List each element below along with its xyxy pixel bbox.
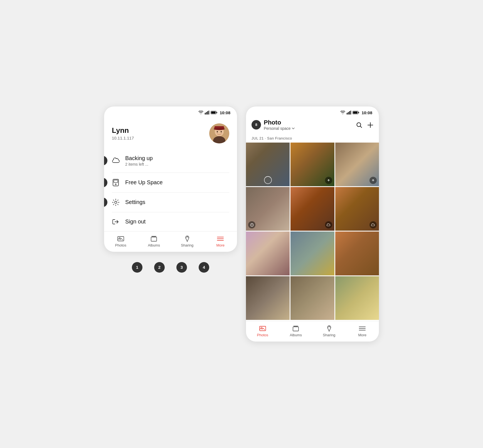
dot-2: 2 <box>154 262 165 273</box>
menu-badge-6: 6 <box>104 178 107 187</box>
photo-grid <box>246 143 379 321</box>
nav-label-more-right: More <box>358 333 366 337</box>
status-time-right: 10:08 <box>362 110 372 115</box>
battery-icon-right <box>353 111 359 114</box>
search-button[interactable] <box>356 121 362 128</box>
svg-rect-3 <box>208 111 209 115</box>
wifi-icon-right <box>340 111 345 115</box>
photo-7[interactable] <box>246 232 290 275</box>
spinner-icon <box>264 176 272 184</box>
avatar-image <box>209 123 229 143</box>
chevron-down-icon <box>292 127 295 130</box>
status-icons-left: 10:08 <box>198 110 230 115</box>
photo-5[interactable] <box>290 187 334 231</box>
notification-badge: 8 <box>252 120 261 130</box>
header-title-group: Photo Personal space <box>264 119 295 131</box>
more-nav-icon-right <box>359 325 366 332</box>
phone-save-icon <box>112 179 120 186</box>
svg-rect-6 <box>216 112 217 113</box>
header-actions <box>356 121 373 128</box>
nav-more-right[interactable]: More <box>346 325 379 337</box>
photo-10[interactable] <box>246 276 290 320</box>
profile-info: Lynn 10.11.1.117 <box>112 126 134 140</box>
nav-sharing-left[interactable]: Sharing <box>171 235 204 247</box>
signout-icon <box>112 218 120 225</box>
svg-point-13 <box>217 131 218 132</box>
bottom-nav-right: Photos Albums <box>246 321 379 342</box>
svg-rect-24 <box>350 111 351 115</box>
wifi-icon <box>198 111 203 115</box>
menu-badge-5: 5 <box>104 156 107 165</box>
nav-label-photos-left: Photos <box>115 243 126 247</box>
photo-9[interactable] <box>335 232 379 275</box>
svg-rect-22 <box>348 112 349 115</box>
right-phone-wrapper: 10:08 8 Photo Personal space <box>246 106 379 342</box>
nav-sharing-right[interactable]: Sharing <box>312 325 346 337</box>
bottom-nav-left: Photos Albums <box>104 231 237 252</box>
nav-label-sharing-right: Sharing <box>323 333 335 337</box>
backing-up-subtitle: 2 items left ... <box>125 162 153 166</box>
cloud-icon <box>112 157 120 164</box>
right-phone: 10:08 8 Photo Personal space <box>246 106 379 342</box>
albums-nav-icon-right <box>292 325 299 332</box>
backing-up-content: Backing up 2 items left ... <box>125 155 153 166</box>
profile-section: Lynn 10.11.1.117 <box>104 117 237 149</box>
status-bar-right: 10:08 <box>246 106 379 117</box>
svg-rect-33 <box>293 327 299 331</box>
svg-rect-5 <box>211 111 216 114</box>
photo-11[interactable] <box>290 276 334 320</box>
nav-albums-left[interactable]: Albums <box>137 235 171 247</box>
nav-more-left[interactable]: More <box>204 235 237 247</box>
sharing-nav-icon-left <box>184 235 191 242</box>
warning-icon <box>248 221 255 228</box>
nav-albums-right[interactable]: Albums <box>279 325 313 337</box>
menu-item-backing-up[interactable]: 5 Backing up 2 items left ... <box>112 149 229 173</box>
profile-name: Lynn <box>112 126 134 135</box>
nav-photos-left[interactable]: Photos <box>104 235 137 247</box>
nav-photos-right[interactable]: Photos <box>246 325 279 337</box>
sign-out-content: Sign out <box>125 218 146 225</box>
cloud-icon-6 <box>369 221 377 228</box>
photo-3[interactable] <box>335 143 379 186</box>
photo-6[interactable] <box>335 187 379 231</box>
dot-1: 1 <box>132 262 142 273</box>
svg-point-14 <box>221 131 222 132</box>
svg-rect-27 <box>358 112 359 113</box>
upload-icon-3 <box>369 177 377 184</box>
more-nav-icon-left <box>217 235 224 242</box>
sign-out-title: Sign out <box>125 218 146 225</box>
gear-icon <box>112 199 120 206</box>
photo-title: Photo <box>264 119 281 126</box>
menu-item-free-up-space[interactable]: 6 Free Up Space <box>112 173 229 193</box>
cloud-icon-5 <box>325 221 332 228</box>
menu-badge-7: 7 <box>104 198 107 207</box>
photo-12[interactable] <box>335 276 379 320</box>
signal-icon <box>205 111 209 115</box>
photo-8[interactable] <box>290 232 334 275</box>
dot-4: 4 <box>199 262 209 273</box>
battery-icon <box>211 111 217 114</box>
photos-nav-icon-left <box>117 235 124 242</box>
svg-point-30 <box>252 225 252 226</box>
svg-rect-1 <box>206 112 207 115</box>
avatar <box>209 123 229 143</box>
signal-icon-right <box>347 111 351 115</box>
photo-4[interactable] <box>246 187 290 231</box>
left-phone: 10:08 Lynn 10.11.1.117 <box>104 106 237 252</box>
menu-item-settings[interactable]: 7 Settings <box>112 193 229 212</box>
header-top: 8 Photo Personal space <box>252 119 373 131</box>
date-location: JUL 21 · San Francisco <box>246 135 379 143</box>
settings-content: Settings <box>125 199 145 205</box>
photo-2[interactable] <box>290 143 334 186</box>
svg-rect-20 <box>151 237 157 241</box>
svg-point-12 <box>214 128 225 130</box>
photos-nav-icon-right <box>259 325 266 332</box>
nav-label-more-left: More <box>216 243 225 247</box>
svg-rect-21 <box>347 113 348 115</box>
add-button[interactable] <box>367 121 373 128</box>
dot-3: 3 <box>176 262 187 273</box>
menu-item-sign-out[interactable]: Sign out <box>112 212 229 231</box>
photos-header: 8 Photo Personal space <box>246 117 379 135</box>
status-icons-right: 10:08 <box>340 110 372 115</box>
photo-1[interactable] <box>246 143 290 186</box>
